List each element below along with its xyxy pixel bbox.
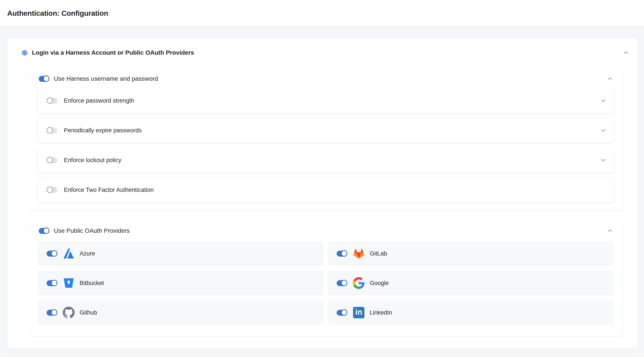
toggle-knob	[46, 186, 53, 193]
expand-password-expiry-button[interactable]	[600, 127, 607, 134]
github-icon	[62, 306, 75, 319]
expand-password-strength-button[interactable]	[600, 97, 607, 104]
google-icon	[352, 277, 365, 289]
linkedin-icon: in	[352, 306, 365, 319]
gitlab-icon	[352, 248, 365, 260]
toggle-knob	[46, 157, 53, 163]
collapse-section-button[interactable]	[622, 49, 630, 56]
provider-row-azure: Azure	[38, 241, 324, 266]
provider-label: LinkedIn	[370, 309, 392, 316]
oauth-header: Use Public OAuth Providers	[38, 226, 614, 236]
two-factor-toggle[interactable]	[47, 187, 57, 193]
provider-label: Azure	[80, 250, 95, 257]
provider-row-gitlab: GitLab	[328, 241, 614, 266]
two-factor-row: Enforce Two Factor Authentication	[38, 178, 614, 202]
provider-label: GitLab	[370, 250, 387, 257]
chevron-up-icon	[606, 228, 613, 234]
provider-row-github: Github	[38, 300, 324, 325]
google-toggle[interactable]	[337, 280, 347, 286]
provider-row-bitbucket: Bitbucket	[38, 271, 324, 295]
toggle-knob	[341, 280, 348, 286]
lockout-policy-label: Enforce lockout policy	[64, 157, 122, 164]
oauth-title: Use Public OAuth Providers	[54, 227, 130, 234]
linkedin-toggle[interactable]	[337, 310, 347, 316]
toggle-knob	[341, 309, 348, 316]
azure-icon	[62, 248, 75, 260]
radio-selected-icon[interactable]	[22, 50, 27, 55]
chevron-down-icon	[600, 157, 606, 164]
password-expiry-label: Periodically expire passwords	[64, 127, 142, 134]
chevron-down-icon	[600, 127, 606, 134]
auth-section-card: Login via a Harness Account or Public OA…	[7, 38, 638, 348]
chevron-up-icon	[622, 50, 629, 56]
toggle-knob	[43, 76, 50, 82]
page-body: Login via a Harness Account or Public OA…	[0, 27, 644, 357]
username-password-header: Use Harness username and password	[38, 74, 614, 84]
password-strength-toggle[interactable]	[47, 98, 57, 104]
chevron-up-icon	[606, 76, 613, 82]
bitbucket-icon	[62, 277, 75, 289]
linkedin-glyph: in	[353, 307, 364, 318]
toggle-knob	[46, 127, 53, 134]
username-password-card: Use Harness username and password Enforc…	[30, 66, 622, 210]
toggle-knob	[46, 97, 53, 104]
two-factor-label: Enforce Two Factor Authentication	[64, 186, 154, 194]
username-password-title: Use Harness username and password	[54, 75, 158, 82]
toggle-knob	[51, 250, 57, 256]
bitbucket-toggle[interactable]	[46, 280, 57, 286]
provider-label: Github	[80, 309, 97, 316]
oauth-toggle[interactable]	[39, 228, 49, 234]
toggle-knob	[51, 309, 57, 316]
collapse-username-password-button[interactable]	[606, 75, 614, 82]
toggle-knob	[341, 250, 348, 256]
username-password-toggle[interactable]	[39, 76, 49, 82]
provider-row-google: Google	[328, 271, 614, 295]
provider-label: Bitbucket	[80, 280, 104, 286]
toggle-knob	[51, 280, 57, 286]
oauth-providers-card: Use Public OAuth Providers	[30, 218, 622, 336]
providers-grid: Azure G	[38, 241, 614, 325]
page-title: Authentication: Configuration	[7, 9, 108, 18]
page-header: Authentication: Configuration	[0, 0, 644, 27]
provider-row-linkedin: in LinkedIn	[328, 300, 614, 325]
login-method-label: Login via a Harness Account or Public OA…	[32, 49, 194, 56]
gitlab-toggle[interactable]	[337, 251, 347, 256]
login-method-radio-row: Login via a Harness Account or Public OA…	[7, 38, 638, 58]
password-strength-label: Enforce password strength	[64, 97, 134, 104]
provider-label: Google	[370, 280, 389, 286]
github-toggle[interactable]	[46, 310, 57, 316]
password-expiry-row: Periodically expire passwords	[38, 118, 614, 142]
chevron-down-icon	[600, 97, 606, 104]
lockout-policy-row: Enforce lockout policy	[38, 148, 614, 172]
password-strength-row: Enforce password strength	[38, 88, 614, 113]
next-section-peek	[9, 356, 638, 357]
collapse-oauth-button[interactable]	[606, 227, 614, 234]
expand-lockout-policy-button[interactable]	[600, 156, 607, 164]
lockout-policy-toggle[interactable]	[47, 157, 57, 163]
toggle-knob	[43, 228, 50, 234]
password-expiry-toggle[interactable]	[47, 128, 57, 134]
azure-toggle[interactable]	[46, 251, 57, 256]
